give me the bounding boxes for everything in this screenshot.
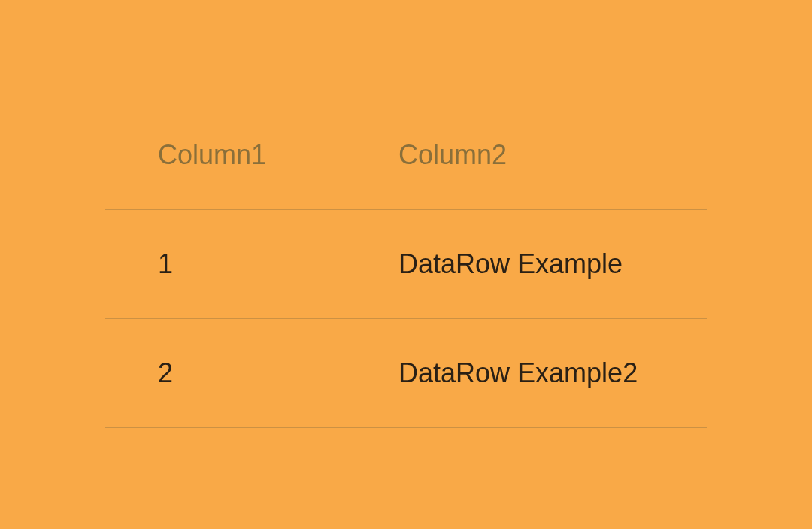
cell-col1: 2 — [105, 357, 346, 389]
column-header-1[interactable]: Column1 — [105, 139, 346, 171]
table-row[interactable]: 2 DataRow Example2 — [105, 319, 707, 428]
column-header-2[interactable]: Column2 — [346, 139, 707, 171]
table-header-row: Column1 Column2 — [105, 101, 707, 210]
cell-col2: DataRow Example — [346, 248, 707, 280]
cell-col1: 1 — [105, 248, 346, 280]
data-table: Column1 Column2 1 DataRow Example 2 Data… — [105, 101, 707, 428]
table-row[interactable]: 1 DataRow Example — [105, 210, 707, 319]
cell-col2: DataRow Example2 — [346, 357, 707, 389]
